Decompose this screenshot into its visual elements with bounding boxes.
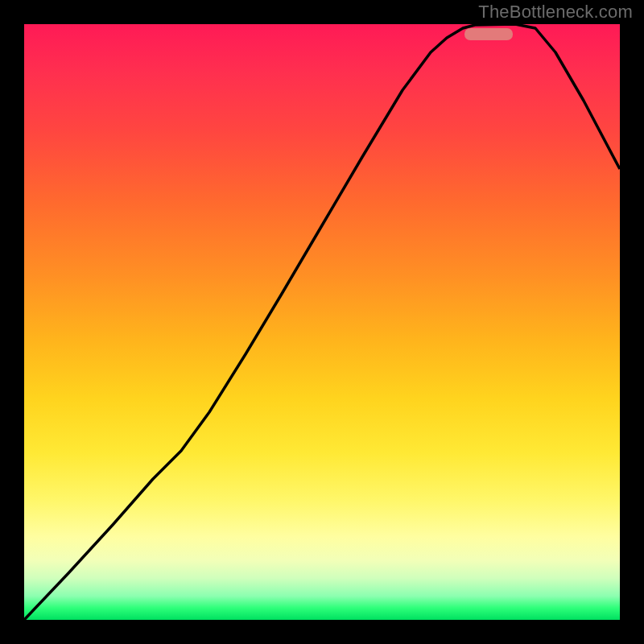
chart-frame: TheBottleneck.com bbox=[0, 0, 644, 644]
plot-area bbox=[24, 24, 620, 620]
bottleneck-curve bbox=[24, 24, 620, 620]
watermark-label: TheBottleneck.com bbox=[478, 2, 633, 23]
curve-layer bbox=[24, 24, 620, 620]
optimal-marker bbox=[464, 28, 513, 40]
